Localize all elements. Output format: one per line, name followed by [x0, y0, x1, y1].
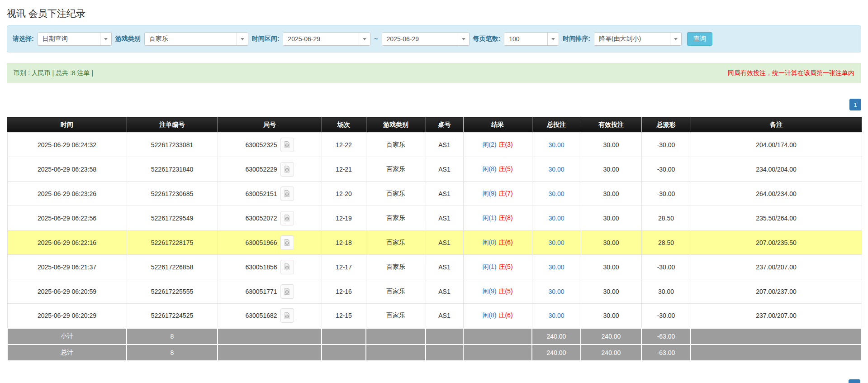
game-type-select[interactable]: 百家乐 [144, 32, 248, 46]
game-type-label: 游戏类别 [115, 35, 141, 43]
cell-remark: 234.00/204.00 [691, 157, 862, 182]
cell-session: 12-15 [322, 304, 366, 328]
video-replay-button[interactable] [280, 187, 294, 201]
date-to-caret[interactable] [458, 33, 469, 45]
page-1-button-bottom[interactable]: 1 [849, 379, 860, 383]
table-footer: 小计 8 240.00 240.00 -63.00 总计 8 240.00 24… [7, 328, 862, 361]
subtotal-count: 8 [127, 328, 218, 345]
cell-bet-id: 522617228175 [127, 230, 218, 255]
cell-payout: -30.00 [641, 157, 691, 182]
cell-payout: 28.50 [641, 230, 691, 255]
result-player: 闲(0) [482, 239, 496, 246]
result-banker: 庄(8) [499, 214, 513, 221]
cell-remark: 207.00/237.00 [691, 279, 862, 304]
subtotal-payout: -63.00 [641, 328, 691, 345]
cell-round-id: 630052229 [218, 157, 322, 182]
cell-round-id: 630052072 [218, 206, 322, 230]
filter-panel: 请选择: 日期查询 游戏类别 百家乐 时间区间: 2025-06-29 ~ 20… [7, 25, 861, 53]
cell-result: 闲(1)庄(5) [463, 255, 532, 279]
cell-valid-bet: 30.00 [581, 279, 641, 304]
cell-result: 闲(9)庄(5) [463, 279, 532, 304]
video-replay-button[interactable] [280, 138, 294, 152]
cell-payout: -30.00 [641, 255, 691, 279]
cell-valid-bet: 30.00 [581, 230, 641, 255]
cell-total-bet: 30.00 [532, 157, 581, 182]
cell-time: 2025-06-29 06:20:59 [7, 279, 127, 304]
table-row: 2025-06-29 06:23:26 522617230685 6300521… [7, 182, 862, 206]
date-to-value[interactable]: 2025-06-29 [382, 33, 458, 45]
video-replay-button[interactable] [280, 308, 294, 323]
total-bet-link[interactable]: 30.00 [548, 263, 564, 271]
video-replay-button[interactable] [280, 162, 294, 177]
date-from-select[interactable]: 2025-06-29 [283, 32, 370, 46]
game-type-value[interactable]: 百家乐 [145, 33, 237, 45]
result-banker: 庄(6) [499, 239, 513, 246]
cell-total-bet: 30.00 [532, 133, 581, 157]
result-banker: 庄(5) [499, 165, 513, 172]
cell-time: 2025-06-29 06:23:26 [7, 182, 127, 206]
page-1-button[interactable]: 1 [849, 99, 861, 110]
query-type-value[interactable]: 日期查询 [38, 33, 100, 45]
betting-records-table: 时间 注单编号 局号 场次 游戏类别 桌号 结果 总投注 有效投注 总派彩 备注… [7, 117, 862, 361]
cell-game-type: 百家乐 [366, 157, 426, 182]
time-sort-select[interactable]: 降幂(由大到小) [594, 32, 682, 46]
query-type-caret[interactable] [100, 33, 111, 45]
video-replay-button[interactable] [280, 211, 294, 225]
chevron-down-icon [363, 38, 366, 40]
header-session: 场次 [322, 117, 366, 133]
query-type-select[interactable]: 日期查询 [38, 32, 112, 46]
video-replay-button[interactable] [280, 235, 294, 250]
cell-bet-id: 522617225555 [127, 279, 218, 304]
table-body: 2025-06-29 06:24:32 522617233081 6300523… [7, 133, 862, 328]
total-bet-link[interactable]: 30.00 [548, 288, 564, 295]
time-sort-value[interactable]: 降幂(由大到小) [594, 33, 670, 45]
date-from-value[interactable]: 2025-06-29 [283, 33, 359, 45]
video-replay-button[interactable] [280, 260, 294, 274]
summary-empty-cell [218, 345, 322, 361]
date-to-select[interactable]: 2025-06-29 [382, 32, 470, 46]
result-banker: 庄(7) [499, 190, 513, 197]
cell-session: 12-17 [322, 255, 366, 279]
header-result: 结果 [463, 117, 532, 133]
time-range-label: 时间区间: [252, 35, 280, 43]
total-label: 总计 [7, 345, 127, 361]
cell-session: 12-19 [322, 206, 366, 230]
game-type-caret[interactable] [237, 33, 248, 45]
date-from-caret[interactable] [359, 33, 370, 45]
per-page-label: 每页笔数: [473, 35, 501, 43]
cell-table-no: AS1 [426, 182, 463, 206]
cell-time: 2025-06-29 06:21:37 [7, 255, 127, 279]
total-bet-link[interactable]: 30.00 [548, 166, 564, 173]
header-round-id: 局号 [218, 117, 322, 133]
total-bet-link[interactable]: 30.00 [548, 312, 564, 319]
time-sort-caret[interactable] [670, 33, 681, 45]
per-page-value[interactable]: 100 [504, 33, 547, 45]
cell-result: 闲(8)庄(5) [463, 157, 532, 182]
total-bet-link[interactable]: 30.00 [548, 239, 564, 246]
cell-result: 闲(8)庄(6) [463, 304, 532, 328]
cell-game-type: 百家乐 [366, 230, 426, 255]
chevron-down-icon [104, 38, 108, 40]
result-player: 闲(1) [482, 263, 496, 270]
total-bet-link[interactable]: 30.00 [548, 190, 564, 197]
per-page-select[interactable]: 100 [504, 32, 559, 46]
subtotal-valid-bet: 240.00 [581, 328, 641, 345]
select-type-label: 请选择: [13, 35, 34, 43]
total-bet-link[interactable]: 30.00 [548, 215, 564, 222]
cell-round-id: 630052151 [218, 182, 322, 206]
cell-bet-id: 522617224525 [127, 304, 218, 328]
subtotal-total-bet: 240.00 [532, 328, 581, 345]
query-button[interactable]: 查询 [687, 32, 712, 46]
video-replay-button[interactable] [280, 284, 294, 299]
cell-table-no: AS1 [426, 230, 463, 255]
cell-round-id: 630051856 [218, 255, 322, 279]
per-page-caret[interactable] [547, 33, 559, 45]
total-bet-link[interactable]: 30.00 [548, 141, 564, 148]
summary-empty-cell [426, 345, 463, 361]
header-remark: 备注 [691, 117, 862, 133]
currency-total-text: 币别 : 人民币 | 总共 :8 注单 | [14, 69, 93, 77]
summary-empty-cell [691, 328, 862, 345]
summary-empty-cell [366, 328, 426, 345]
result-player: 闲(8) [482, 311, 496, 319]
result-player: 闲(9) [482, 287, 496, 295]
